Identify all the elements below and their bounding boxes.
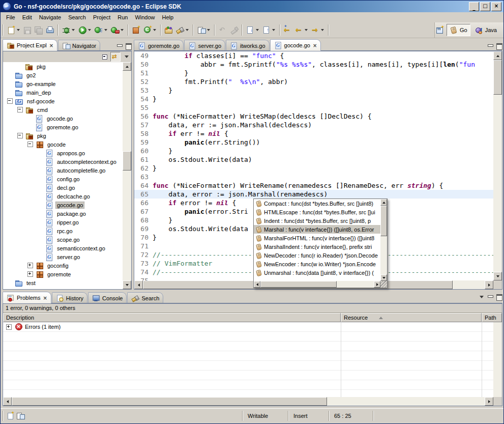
tree-item-main-dep[interactable]: main_dep: [3, 88, 123, 97]
collapse-icon[interactable]: [17, 133, 23, 138]
tree-item-go-example[interactable]: go-example: [3, 79, 123, 88]
tree-item-pkg[interactable]: pkg: [3, 62, 123, 71]
explorer-vertical-scrollbar[interactable]: [123, 62, 131, 289]
tree-item-nsf-gocode[interactable]: nsf-gocode: [3, 97, 123, 105]
editor-vertical-scrollbar[interactable]: [493, 51, 502, 280]
tree-item-cmd[interactable]: cmd: [3, 105, 123, 114]
next-annotation-button[interactable]: [245, 23, 261, 37]
fast-view-button[interactable]: [6, 411, 15, 420]
collapse-icon[interactable]: [7, 98, 13, 104]
perspective-go[interactable]: Go: [447, 24, 470, 36]
dropdown-arrow-icon[interactable]: [88, 29, 91, 33]
minimize-window-button[interactable]: _: [469, 2, 479, 11]
debug-button[interactable]: [61, 23, 77, 37]
new-package-button[interactable]: [131, 23, 142, 37]
completion-item[interactable]: MarshalIndent : func(v interface{}, pref…: [254, 242, 380, 251]
tree-item-pkg[interactable]: pkg: [3, 131, 123, 140]
tree-item-goremote[interactable]: goremote: [3, 270, 123, 278]
minimize-editor-icon[interactable]: [487, 43, 494, 49]
popup-horizontal-scrollbar[interactable]: [254, 281, 380, 288]
collapse-icon[interactable]: [27, 142, 33, 147]
close-tab-icon[interactable]: ×: [43, 295, 47, 301]
toggle-editor-part-button[interactable]: [196, 23, 212, 37]
completion-item[interactable]: NewDecoder : func(r io.Reader) *json.Dec…: [254, 251, 380, 260]
dropdown-arrow-icon[interactable]: [72, 29, 75, 33]
print-button[interactable]: [44, 23, 55, 37]
editor-element-button[interactable]: [16, 411, 25, 420]
tree-item-gocode-go[interactable]: gocode.go: [3, 201, 123, 209]
tree-item-autocompletefile-go[interactable]: autocompletefile.go: [3, 166, 123, 175]
explorer-view-menu-button[interactable]: [121, 52, 130, 61]
tree-item-go2[interactable]: go2: [3, 71, 123, 79]
close-tab-icon[interactable]: ×: [49, 43, 53, 48]
expand-icon[interactable]: [6, 324, 12, 330]
problems-horizontal-scrollbar[interactable]: [3, 397, 493, 406]
dropdown-arrow-icon[interactable]: [153, 29, 156, 33]
popup-resize-grip[interactable]: [380, 281, 387, 288]
tree-item-autocompletecontext-go[interactable]: autocompletecontext.go: [3, 157, 123, 166]
tree-item-config-go[interactable]: config.go: [3, 175, 123, 183]
menu-search[interactable]: Search: [65, 13, 90, 21]
problems-tab-problems[interactable]: Problems×: [3, 292, 51, 303]
last-edit-location-button[interactable]: [282, 23, 293, 37]
completion-item[interactable]: Compact : func(dst *bytes.Buffer, src []…: [254, 199, 380, 208]
menu-file[interactable]: File: [3, 13, 19, 21]
column-path[interactable]: Path: [482, 313, 502, 322]
completion-item[interactable]: Unmarshal : func(data []uint8, v interfa…: [254, 268, 380, 277]
completion-item[interactable]: Marshal : func(v interface{}) ([]uint8, …: [254, 225, 380, 234]
tree-item-ripper-go[interactable]: ripper.go: [3, 218, 123, 227]
expand-icon[interactable]: [27, 263, 33, 268]
menu-project[interactable]: Project: [90, 13, 114, 21]
search-button[interactable]: [174, 23, 191, 37]
menu-edit[interactable]: Edit: [19, 13, 36, 21]
maximize-editor-icon[interactable]: [496, 43, 502, 49]
dropdown-arrow-icon[interactable]: [186, 29, 189, 33]
column-resource[interactable]: Resource: [341, 313, 482, 322]
maximize-view-icon[interactable]: [125, 43, 132, 49]
problems-view-menu-button[interactable]: [476, 293, 485, 301]
menu-window[interactable]: Window: [131, 13, 158, 21]
collapse-all-button[interactable]: [101, 52, 110, 61]
perspective-java[interactable]: Java: [472, 24, 499, 36]
tree-item-declcache-go[interactable]: declcache.go: [3, 192, 123, 201]
close-window-button[interactable]: ×: [491, 2, 501, 11]
column-description[interactable]: Description: [3, 313, 341, 322]
completion-item[interactable]: MarshalForHTML : func(v interface{}) ([]…: [254, 234, 380, 242]
external-tools-button[interactable]: [109, 23, 126, 37]
dropdown-arrow-icon[interactable]: [256, 29, 259, 33]
new-class-button[interactable]: [142, 23, 158, 37]
expand-icon[interactable]: [27, 271, 33, 277]
dropdown-arrow-icon[interactable]: [17, 29, 20, 33]
menu-navigate[interactable]: Navigate: [36, 13, 65, 21]
problems-tab-console[interactable]: Console: [88, 292, 127, 303]
dropdown-arrow-icon[interactable]: [104, 29, 107, 33]
open-type-button[interactable]: [163, 23, 174, 37]
errors-group-row[interactable]: Errors (1 item): [3, 322, 502, 332]
tree-item-apropos-go[interactable]: apropos.go: [3, 149, 123, 157]
completion-item[interactable]: NewEncoder : func(w io.Writer) *json.Enc…: [254, 260, 380, 268]
tree-item-server-go[interactable]: server.go: [3, 252, 123, 261]
dropdown-arrow-icon[interactable]: [321, 29, 324, 33]
completion-item[interactable]: Indent : func(dst *bytes.Buffer, src []u…: [254, 216, 380, 225]
new-button[interactable]: [6, 23, 22, 37]
completion-item[interactable]: HTMLEscape : func(dst *bytes.Buffer, src…: [254, 208, 380, 216]
tree-item-test[interactable]: test: [3, 278, 123, 287]
previous-annotation-button[interactable]: [261, 23, 277, 37]
tree-item-gocode-go[interactable]: gocode.go: [3, 114, 123, 123]
open-perspective-button[interactable]: [435, 25, 444, 34]
tree-item-scope-go[interactable]: scope.go: [3, 235, 123, 244]
menu-help[interactable]: Help: [159, 13, 177, 21]
tree-item-decl-go[interactable]: decl.go: [3, 183, 123, 192]
explorer-tab-navigator[interactable]: Navigator: [58, 40, 100, 51]
problems-vertical-scrollbar[interactable]: [493, 322, 502, 397]
maximize-problems-icon[interactable]: [496, 294, 502, 300]
problems-tab-search[interactable]: Search: [127, 292, 163, 303]
forward-button[interactable]: [310, 23, 326, 37]
run-button[interactable]: [77, 23, 93, 37]
tree-item-package-go[interactable]: package.go: [3, 209, 123, 218]
tree-item-gocode[interactable]: gocode: [3, 140, 123, 149]
link-with-editor-button[interactable]: [110, 52, 121, 62]
popup-vertical-scrollbar[interactable]: [380, 199, 387, 281]
maximize-window-button[interactable]: □: [480, 2, 490, 11]
dropdown-arrow-icon[interactable]: [305, 29, 308, 33]
